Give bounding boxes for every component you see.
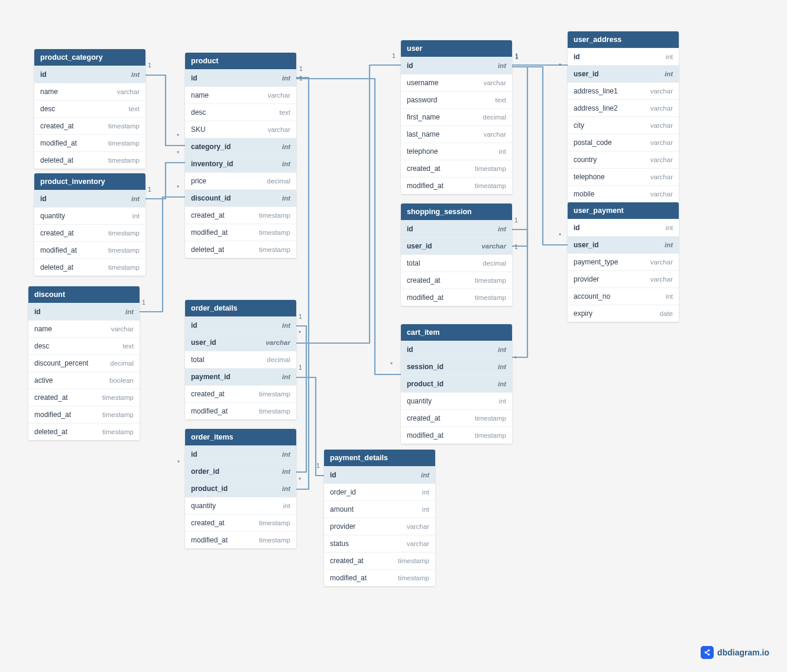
table-payment_details[interactable]: payment_detailsidintorder_idintamountint… (324, 450, 435, 586)
table-row[interactable]: idint (185, 69, 296, 86)
table-row[interactable]: idint (324, 466, 435, 483)
table-row[interactable]: created_attimestamp (401, 409, 512, 427)
table-row[interactable]: user_idvarchar (401, 237, 512, 254)
table-header[interactable]: user_address (568, 31, 679, 48)
table-row[interactable]: idint (185, 316, 296, 334)
table-user_payment[interactable]: user_paymentidintuser_idintpayment_typev… (568, 202, 679, 322)
table-row[interactable]: discount_percentdecimal (28, 354, 140, 371)
table-row[interactable]: modified_attimestamp (185, 402, 296, 419)
table-header[interactable]: user (401, 40, 512, 57)
table-header[interactable]: user_payment (568, 202, 679, 219)
table-row[interactable]: created_attimestamp (401, 160, 512, 177)
table-row[interactable]: modified_attimestamp (185, 224, 296, 241)
table-row[interactable]: amountint (324, 500, 435, 518)
table-user[interactable]: useridintusernamevarcharpasswordtextfirs… (401, 40, 512, 194)
table-row[interactable]: idint (568, 219, 679, 236)
table-row[interactable]: created_attimestamp (34, 224, 145, 241)
table-row[interactable]: last_namevarchar (401, 125, 512, 143)
table-header[interactable]: product_inventory (34, 173, 145, 190)
table-row[interactable]: namevarchar (28, 320, 140, 337)
table-product_inventory[interactable]: product_inventoryidintquantityintcreated… (34, 173, 145, 276)
table-shopping_session[interactable]: shopping_sessionidintuser_idvarchartotal… (401, 203, 512, 306)
table-row[interactable]: totaldecimal (185, 351, 296, 368)
table-row[interactable]: modified_attimestamp (401, 427, 512, 444)
table-row[interactable]: passwordtext (401, 91, 512, 108)
table-row[interactable]: namevarchar (185, 86, 296, 104)
table-row[interactable]: modified_attimestamp (401, 289, 512, 306)
table-header[interactable]: product (185, 53, 296, 69)
table-row[interactable]: idint (401, 341, 512, 358)
table-row[interactable]: deleted_attimestamp (28, 423, 140, 440)
er-diagram-canvas[interactable]: 1*1*1*1*1**1*1111*1*111* product_categor… (0, 0, 787, 672)
table-row[interactable]: order_idint (324, 483, 435, 500)
table-row[interactable]: session_idint (401, 358, 512, 375)
table-row[interactable]: quantityint (185, 497, 296, 514)
table-cart_item[interactable]: cart_itemidintsession_idintproduct_idint… (401, 324, 512, 444)
table-row[interactable]: modified_attimestamp (28, 406, 140, 423)
table-row[interactable]: payment_typevarchar (568, 253, 679, 270)
table-row[interactable]: providervarchar (568, 270, 679, 287)
table-row[interactable]: desctext (34, 100, 145, 117)
table-row[interactable]: address_line2varchar (568, 99, 679, 117)
table-row[interactable]: mobilevarchar (568, 185, 679, 202)
table-row[interactable]: statusvarchar (324, 535, 435, 552)
table-row[interactable]: user_idint (568, 236, 679, 253)
table-header[interactable]: discount (28, 286, 140, 303)
table-row[interactable]: order_idint (185, 463, 296, 480)
table-row[interactable]: telephonevarchar (568, 168, 679, 185)
table-row[interactable]: created_attimestamp (185, 206, 296, 224)
table-row[interactable]: modified_attimestamp (185, 531, 296, 548)
table-row[interactable]: created_attimestamp (401, 272, 512, 289)
table-row[interactable]: telephoneint (401, 143, 512, 160)
table-row[interactable]: created_attimestamp (324, 552, 435, 569)
table-row[interactable]: first_namedecimal (401, 108, 512, 125)
table-row[interactable]: postal_codevarchar (568, 134, 679, 151)
table-row[interactable]: created_attimestamp (185, 514, 296, 531)
table-row[interactable]: account_noint (568, 287, 679, 305)
table-user_address[interactable]: user_addressidintuser_idintaddress_line1… (568, 31, 679, 202)
table-row[interactable]: user_idvarchar (185, 334, 296, 351)
table-row[interactable]: address_line1varchar (568, 82, 679, 99)
table-header[interactable]: product_category (34, 49, 145, 66)
table-row[interactable]: activeboolean (28, 371, 140, 389)
table-row[interactable]: idint (568, 48, 679, 65)
table-row[interactable]: idint (34, 190, 145, 207)
table-order_details[interactable]: order_detailsidintuser_idvarchartotaldec… (185, 300, 296, 419)
table-row[interactable]: deleted_attimestamp (185, 241, 296, 258)
table-row[interactable]: deleted_attimestamp (34, 151, 145, 169)
table-row[interactable]: SKUvarchar (185, 121, 296, 138)
table-row[interactable]: desctext (185, 104, 296, 121)
table-discount[interactable]: discountidintnamevarchardesctextdiscount… (28, 286, 140, 440)
table-row[interactable]: modified_attimestamp (34, 134, 145, 151)
table-row[interactable]: pricedecimal (185, 172, 296, 189)
table-row[interactable]: modified_attimestamp (34, 241, 145, 259)
table-row[interactable]: discount_idint (185, 189, 296, 206)
table-row[interactable]: created_attimestamp (185, 385, 296, 402)
table-row[interactable]: countryvarchar (568, 151, 679, 168)
table-row[interactable]: usernamevarchar (401, 74, 512, 91)
table-row[interactable]: category_idint (185, 138, 296, 155)
table-row[interactable]: cityvarchar (568, 117, 679, 134)
table-row[interactable]: desctext (28, 337, 140, 354)
table-row[interactable]: created_attimestamp (28, 389, 140, 406)
table-row[interactable]: idint (28, 303, 140, 320)
table-row[interactable]: idint (34, 66, 145, 83)
table-row[interactable]: namevarchar (34, 83, 145, 100)
table-row[interactable]: created_attimestamp (34, 117, 145, 134)
table-row[interactable]: providervarchar (324, 518, 435, 535)
table-header[interactable]: cart_item (401, 324, 512, 341)
table-row[interactable]: idint (401, 57, 512, 74)
table-order_items[interactable]: order_itemsidintorder_idintproduct_idint… (185, 429, 296, 548)
table-row[interactable]: quantityint (401, 392, 512, 409)
table-header[interactable]: order_items (185, 429, 296, 445)
table-row[interactable]: modified_attimestamp (401, 177, 512, 194)
table-row[interactable]: idint (401, 220, 512, 237)
table-row[interactable]: user_idint (568, 65, 679, 82)
table-row[interactable]: totaldecimal (401, 254, 512, 272)
table-header[interactable]: order_details (185, 300, 296, 316)
table-row[interactable]: inventory_idint (185, 155, 296, 172)
table-row[interactable]: payment_idint (185, 368, 296, 385)
table-header[interactable]: payment_details (324, 450, 435, 466)
table-row[interactable]: quantityint (34, 207, 145, 224)
table-row[interactable]: expirydate (568, 305, 679, 322)
